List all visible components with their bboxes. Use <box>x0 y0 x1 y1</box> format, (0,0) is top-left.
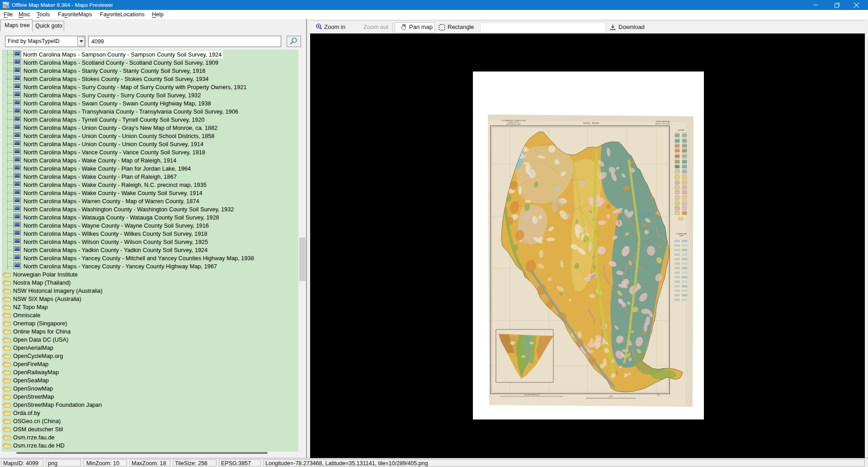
svg-text:POLYCONIC PROJECTION: POLYCONIC PROJECTION <box>524 394 539 396</box>
svg-text:SCALE: SCALE <box>609 396 613 397</box>
svg-text:SOIL MAP: SOIL MAP <box>583 122 599 124</box>
svg-text:BUREAU OF SOILS: BUREAU OF SOILS <box>508 122 519 124</box>
svg-text:MILTON WHITNEY, CHIEF: MILTON WHITNEY, CHIEF <box>506 124 521 125</box>
svg-text:U.S. DEPARTMENT OF AGRICULTURE: U.S. DEPARTMENT OF AGRICULTURE <box>501 120 526 122</box>
svg-text:SIGNS: SIGNS <box>679 235 683 237</box>
svg-text:LEGEND: LEGEND <box>678 129 685 131</box>
svg-text:NORTH CAROLINA: NORTH CAROLINA <box>656 121 670 123</box>
svg-text:SAMPSON COUNTY SHEET: SAMPSON COUNTY SHEET <box>655 123 670 125</box>
svg-text:1924: 1924 <box>657 394 660 396</box>
